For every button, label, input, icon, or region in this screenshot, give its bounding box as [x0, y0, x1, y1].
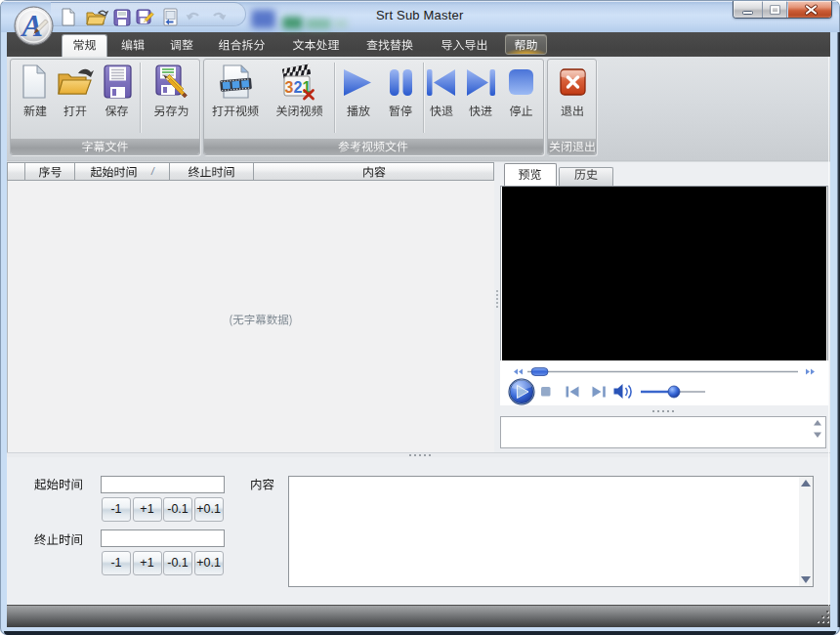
svg-text:3: 3 — [285, 79, 294, 96]
svg-text:2: 2 — [294, 79, 303, 96]
